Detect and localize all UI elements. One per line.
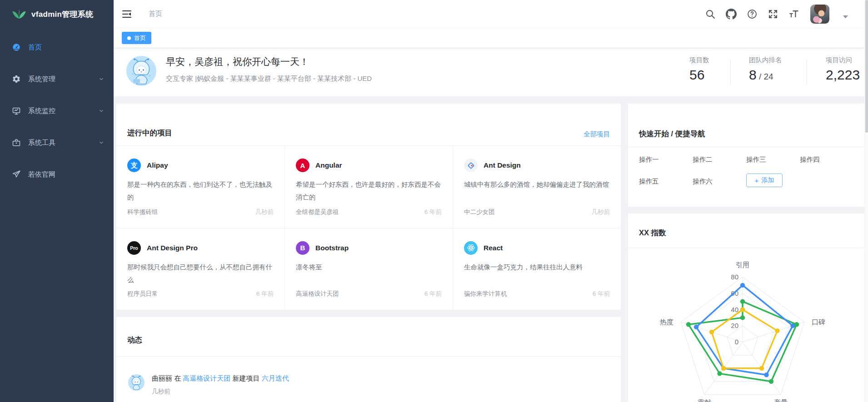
stat-divider — [807, 60, 807, 84]
github-icon[interactable] — [726, 9, 737, 20]
project-card-footer: 骗你来学计算机6 年前 — [464, 290, 610, 298]
tags-view-bar: 首页 — [114, 28, 864, 48]
add-button-label: 添加 — [761, 176, 774, 184]
quick-nav-title: 快速开始 / 便捷导航 — [639, 129, 705, 139]
project-card-bootstrap[interactable]: BBootstrap凛冬将至高逼格设计天团6 年前 — [284, 228, 453, 310]
sidebar-item-label: 系统管理 — [28, 75, 55, 84]
sidebar-item-system-tools[interactable]: 系统工具 — [0, 130, 114, 155]
stat-label: 团队内排名 — [749, 56, 782, 65]
add-button[interactable]: +添加 — [746, 174, 783, 187]
radar-axis-label: 贡献 — [698, 398, 711, 402]
quick-link-5[interactable]: 操作五 — [639, 177, 693, 186]
quick-nav-panel: 快速开始 / 便捷导航 操作一操作二操作三操作四操作五操作六+添加 — [628, 104, 864, 207]
project-name[interactable]: Angular — [315, 161, 342, 169]
radar-tick-label: 80 — [731, 273, 738, 281]
radar-axis-label: 产量 — [774, 398, 788, 402]
activity-avatar — [128, 374, 145, 391]
quick-link-1[interactable]: 操作一 — [639, 155, 693, 164]
sidebar-item-official-site[interactable]: 若依官网 — [0, 162, 114, 187]
tag-home[interactable]: 首页 — [122, 32, 151, 44]
project-card-react[interactable]: React生命就像一盒巧克力，结果往往出人意料骗你来学计算机6 年前 — [453, 228, 621, 310]
sidebar: vfadmin管理系统 首页 系统管理 系统监控 — [0, 0, 114, 402]
breadcrumb[interactable]: 首页 — [149, 10, 162, 18]
chevron-down-icon — [98, 76, 105, 82]
bootstrap-logo-icon: B — [296, 241, 309, 255]
project-card-angular[interactable]: AAngular希望是一个好东西，也许是最好的，好东西是不会消亡的全组都是吴彦祖… — [284, 146, 453, 228]
tag-label: 首页 — [134, 34, 146, 42]
scrollbar-thumb[interactable] — [865, 0, 868, 133]
stat-label: 项目访问 — [826, 56, 860, 65]
project-updated-time: 6 年前 — [256, 290, 274, 298]
caret-down-icon[interactable] — [843, 12, 848, 15]
top-navbar: 首页 — [114, 0, 864, 28]
user-avatar[interactable] — [810, 5, 829, 24]
project-card-antd[interactable]: Ant Design城镇中有那么多的酒馆，她却偏偏走进了我的酒馆中二少女团几秒前 — [453, 146, 621, 228]
search-icon[interactable] — [705, 9, 716, 20]
project-group[interactable]: 全组都是吴彦祖 — [296, 208, 339, 216]
activity-text-line: 曲丽丽 在 高逼格设计天团 新建项目 六月迭代 — [152, 373, 289, 383]
project-updated-time: 几秒前 — [592, 208, 610, 216]
project-card-head: BBootstrap — [296, 241, 349, 255]
greeting-subtitle: 交互专家 |蚂蚁金服 - 某某某事业群 - 某某平台部 - 某某技术部 - UE… — [166, 74, 372, 83]
quick-link-6[interactable]: 操作六 — [693, 177, 746, 186]
quick-links-grid: 操作一操作二操作三操作四操作五操作六+添加 — [639, 155, 853, 187]
chevron-down-icon — [98, 108, 105, 114]
project-name[interactable]: Ant Design Pro — [147, 244, 198, 252]
project-updated-time: 6 年前 — [593, 290, 610, 298]
plus-icon: + — [755, 177, 759, 184]
logo-leaf-icon — [12, 9, 26, 20]
quick-link-3[interactable]: 操作三 — [746, 155, 800, 164]
sidebar-item-system-management[interactable]: 系统管理 — [0, 66, 114, 92]
help-icon[interactable] — [747, 9, 758, 20]
project-card-pro[interactable]: ProAnt Design Pro那时候我只会想自己想要什么，从不想自己拥有什么… — [116, 228, 284, 310]
stat-label: 项目数 — [689, 56, 709, 65]
project-card-head: AAngular — [296, 159, 342, 172]
project-group[interactable]: 高逼格设计天团 — [296, 290, 339, 298]
app-logo[interactable]: vfadmin管理系统 — [0, 0, 114, 28]
font-size-icon[interactable] — [788, 9, 799, 20]
project-group[interactable]: 科学搬砖组 — [127, 208, 158, 216]
sidebar-collapse-icon[interactable] — [121, 9, 132, 20]
project-card-alipay[interactable]: 支Alipay那是一种内在的东西，他们到达不了，也无法触及的科学搬砖组几秒前 — [116, 146, 284, 228]
project-card-head: ProAnt Design Pro — [127, 241, 198, 255]
all-projects-link[interactable]: 全部项目 — [584, 130, 610, 139]
paper-plane-icon — [12, 170, 21, 179]
project-name[interactable]: Bootstrap — [315, 244, 349, 252]
project-group[interactable]: 骗你来学计算机 — [464, 290, 507, 298]
project-name[interactable]: React — [484, 244, 503, 252]
activity-panel-title: 动态 — [127, 335, 142, 345]
stat-divider — [730, 60, 731, 84]
project-card-footer: 程序员日常6 年前 — [127, 290, 274, 298]
ant-design-logo-icon — [464, 159, 478, 172]
stat-value: 56 — [689, 67, 704, 82]
fullscreen-icon[interactable] — [768, 9, 778, 20]
project-description: 那时候我只会想自己想要什么，从不想自己拥有什么 — [127, 261, 274, 286]
angular-logo-icon: A — [296, 159, 309, 172]
project-name[interactable]: Alipay — [147, 161, 168, 169]
mascot-avatar — [126, 56, 156, 86]
project-updated-time: 几秒前 — [255, 208, 274, 216]
react-logo-icon — [464, 241, 478, 255]
project-card-footer: 全组都是吴彦祖6 年前 — [296, 208, 442, 216]
activity-link[interactable]: 六月迭代 — [262, 374, 289, 382]
project-description: 凛冬将至 — [296, 261, 442, 286]
quick-link-4[interactable]: 操作四 — [800, 155, 853, 164]
project-card-head: React — [464, 241, 503, 255]
activity-text: 新建项目 — [230, 374, 261, 382]
sidebar-menu: 首页 系统管理 系统监控 系统工具 — [0, 35, 114, 187]
activity-link[interactable]: 高逼格设计天团 — [183, 374, 230, 382]
quick-link-2[interactable]: 操作二 — [693, 155, 746, 164]
page-scrollbar[interactable] — [864, 0, 868, 402]
stat-team-rank: 团队内排名 8 / 24 — [749, 56, 782, 83]
stat-value: 8 — [749, 67, 757, 82]
project-description: 那是一种内在的东西，他们到达不了，也无法触及的 — [127, 178, 274, 203]
sidebar-item-home[interactable]: 首页 — [0, 35, 114, 60]
stat-project-visits: 项目访问 2,223 — [826, 56, 860, 83]
gear-icon — [12, 74, 21, 84]
radar-axis-label: 热度 — [659, 318, 673, 326]
project-group[interactable]: 程序员日常 — [127, 290, 158, 298]
project-group[interactable]: 中二少女团 — [464, 208, 495, 216]
project-name[interactable]: Ant Design — [484, 161, 521, 169]
sidebar-item-system-monitor[interactable]: 系统监控 — [0, 98, 114, 124]
welcome-header: 早安，吴彦祖，祝你开心每一天！ 交互专家 |蚂蚁金服 - 某某某事业群 - 某某… — [114, 48, 864, 96]
